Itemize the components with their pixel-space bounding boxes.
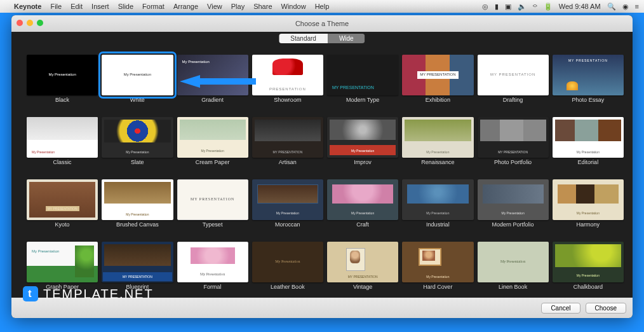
theme-inner-title: MY PRESENTATION (347, 273, 379, 280)
theme-inner-title: My Presentation (274, 258, 302, 265)
theme-modern-portfolio[interactable]: My PresentationModern Portfolio (478, 179, 549, 237)
theme-exhibition[interactable]: MY PRESENTATIONExhibition (402, 55, 473, 112)
annotation-arrow (180, 75, 200, 88)
theme-thumbnail[interactable]: My Presentation (327, 179, 398, 220)
theme-brushed-canvas[interactable]: My PresentationBrushed Canvas (102, 179, 173, 237)
choose-button[interactable]: Choose (586, 303, 626, 314)
theme-thumbnail[interactable]: My Presentation (478, 242, 549, 282)
theme-thumbnail[interactable]: My PresentationWhite (102, 55, 173, 95)
theme-thumbnail[interactable]: My Presentation (177, 117, 248, 158)
theme-inner-title: MY PRESENTATION (567, 57, 609, 64)
theme-moroccan[interactable]: My PresentationMoroccan (252, 179, 323, 237)
segment-wide[interactable]: Wide (328, 34, 365, 43)
aspect-segmented-control[interactable]: Standard Wide (279, 34, 365, 43)
theme-thumbnail[interactable]: My Presentation (553, 117, 624, 158)
theme-classic[interactable]: My PresentationClassic (27, 117, 98, 174)
theme-renaissance[interactable]: My PresentationRenaissance (402, 117, 473, 174)
theme-inner-title: MY PRESENTATION (489, 71, 537, 78)
monitor-icon[interactable]: ▣ (505, 3, 511, 11)
theme-thumbnail[interactable]: MY PRESENTATION (252, 117, 323, 158)
theme-chalkboard[interactable]: My PresentationChalkboard (553, 242, 624, 296)
theme-industrial[interactable]: My PresentationIndustrial (402, 179, 473, 237)
menu-view[interactable]: View (207, 3, 222, 10)
theme-modern-type[interactable]: MY PRESENTATIONModern Type (327, 55, 398, 112)
theme-improv[interactable]: My PresentationImprov (327, 117, 398, 174)
theme-slate[interactable]: My PresentationSlate (102, 117, 173, 174)
theme-harmony[interactable]: My PresentationHarmony (553, 179, 624, 237)
segment-standard[interactable]: Standard (279, 34, 328, 43)
theme-thumbnail[interactable]: My Presentation (478, 179, 549, 220)
theme-thumbnail[interactable]: MY PRESENTATION (402, 55, 473, 95)
theme-thumbnail[interactable]: My Presentation (27, 242, 98, 282)
theme-thumbnail[interactable]: MY PRESENTATION (27, 179, 98, 220)
theme-thumbnail[interactable]: PRESENTATION (252, 55, 323, 95)
theme-thumbnail[interactable]: My Presentation (252, 242, 323, 282)
menu-window[interactable]: Window (281, 3, 306, 10)
close-icon[interactable] (17, 20, 23, 26)
menu-help[interactable]: Help (315, 3, 330, 10)
theme-name-label: Modern Portfolio (492, 221, 534, 228)
menu-slide[interactable]: Slide (118, 3, 133, 10)
menu-share[interactable]: Share (253, 3, 272, 10)
theme-formal[interactable]: My PresentationFormal (177, 242, 248, 296)
theme-thumbnail[interactable]: My Presentation (402, 179, 473, 220)
theme-thumbnail[interactable]: MY PRESENTATION (102, 242, 173, 282)
theme-thumbnail[interactable]: My Presentation (27, 117, 98, 158)
theme-thumbnail[interactable]: My Presentation (553, 179, 624, 220)
theme-hard-cover[interactable]: My PresentationHard Cover (402, 242, 473, 296)
cancel-button[interactable]: Cancel (541, 303, 580, 314)
theme-thumbnail[interactable]: My Presentation (177, 242, 248, 282)
theme-inner-title: My Presentation (199, 271, 227, 278)
menu-format[interactable]: Format (142, 3, 164, 10)
menu-play[interactable]: Play (231, 3, 245, 10)
theme-thumbnail[interactable]: MY PRESENTATION (177, 179, 248, 220)
menu-insert[interactable]: Insert (91, 3, 109, 10)
minimize-icon[interactable] (27, 20, 33, 26)
siri-icon[interactable]: ◉ (622, 3, 629, 11)
theme-thumbnail[interactable]: My Presentation (327, 117, 398, 158)
theme-showroom[interactable]: PRESENTATIONShowroom (252, 55, 323, 112)
theme-craft[interactable]: My PresentationCraft (327, 179, 398, 237)
theme-thumbnail[interactable]: MY PRESENTATION (327, 242, 398, 282)
theme-vintage[interactable]: MY PRESENTATIONVintage (327, 242, 398, 296)
battery-icon[interactable]: ▮ (495, 3, 499, 11)
volume-icon[interactable]: 🔈 (518, 3, 527, 11)
wifi-icon[interactable]: ⌔ (533, 3, 537, 10)
theme-thumbnail[interactable]: My Presentation (27, 55, 98, 95)
theme-white[interactable]: My PresentationWhiteWhite (102, 55, 173, 112)
zoom-icon[interactable] (37, 20, 43, 26)
theme-photo-essay[interactable]: MY PRESENTATIONPhoto Essay (553, 55, 624, 112)
theme-typeset[interactable]: MY PRESENTATIONTypeset (177, 179, 248, 237)
theme-thumbnail[interactable]: MY PRESENTATION (478, 55, 549, 95)
theme-thumbnail[interactable]: MY PRESENTATION (327, 55, 398, 95)
theme-black[interactable]: My PresentationBlack (27, 55, 98, 112)
menu-edit[interactable]: Edit (70, 3, 83, 10)
battery-status-icon[interactable]: 🔋 (544, 3, 553, 11)
theme-artisan[interactable]: MY PRESENTATIONArtisan (252, 117, 323, 174)
theme-leather-book[interactable]: My PresentationLeather Book (252, 242, 323, 296)
theme-thumbnail[interactable]: My Presentation (252, 179, 323, 220)
clock[interactable]: Wed 9:48 AM (559, 3, 601, 10)
theme-thumbnail[interactable]: My Presentation (402, 117, 473, 158)
theme-thumbnail[interactable]: My Presentation (102, 179, 173, 220)
theme-thumbnail[interactable]: MY PRESENTATION (553, 55, 624, 95)
notification-icon[interactable]: ≡ (635, 3, 639, 10)
theme-thumbnail[interactable]: My Presentation (553, 242, 624, 282)
status-icon[interactable]: ◎ (482, 3, 488, 11)
theme-editorial[interactable]: My PresentationEditorial (553, 117, 624, 174)
theme-thumbnail[interactable]: MY PRESENTATION (478, 117, 549, 158)
theme-thumbnail[interactable]: My Presentation (402, 242, 473, 282)
theme-inner-title: My Presentation (425, 210, 450, 216)
spotlight-icon[interactable]: 🔍 (607, 3, 616, 11)
theme-name-label: Brushed Canvas (116, 221, 159, 228)
menu-app-name[interactable]: Keynote (14, 3, 41, 10)
theme-drafting[interactable]: MY PRESENTATIONDrafting (478, 55, 549, 112)
theme-name-label: Black (55, 97, 69, 103)
theme-cream-paper[interactable]: My PresentationCream Paper (177, 117, 248, 174)
menu-arrange[interactable]: Arrange (173, 3, 198, 10)
menu-file[interactable]: File (50, 3, 62, 10)
theme-kyoto[interactable]: MY PRESENTATIONKyoto (27, 179, 98, 237)
theme-photo-portfolio[interactable]: MY PRESENTATIONPhoto Portfolio (478, 117, 549, 174)
theme-thumbnail[interactable]: My Presentation (102, 117, 173, 158)
theme-linen-book[interactable]: My PresentationLinen Book (478, 242, 549, 296)
